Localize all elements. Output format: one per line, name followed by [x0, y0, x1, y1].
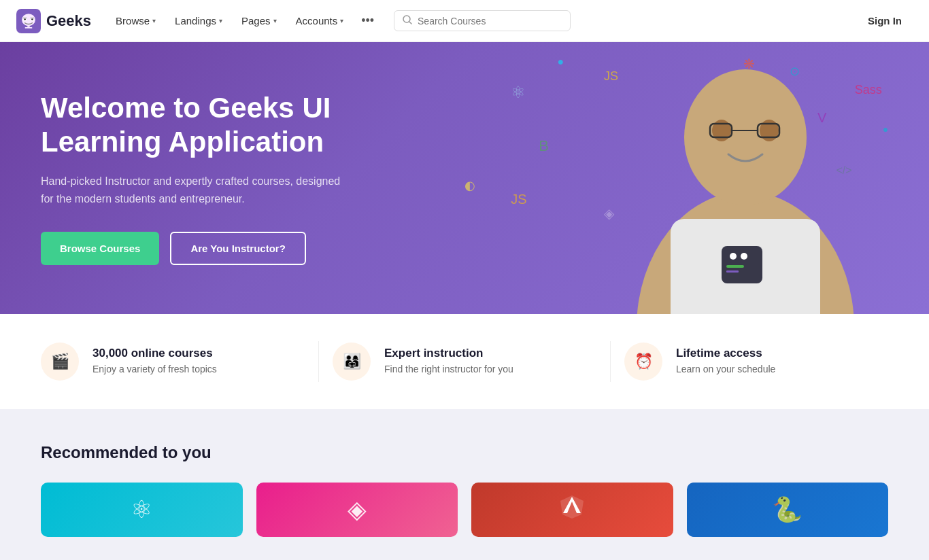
logo-text: Geeks — [46, 12, 91, 30]
hero-image-area — [418, 42, 929, 314]
landings-chevron-icon: ▾ — [219, 17, 222, 24]
svg-rect-23 — [726, 265, 744, 268]
course-card-angular[interactable] — [471, 483, 673, 537]
stats-section: 🎬 30,000 online courses Enjoy a variety … — [0, 314, 929, 409]
stat-courses-desc: Enjoy a variety of fresh topics — [92, 363, 217, 377]
hero-subtitle: Hand-picked Instructor and expertly craf… — [41, 173, 354, 207]
hero-title: Welcome to Geeks UI Learning Application — [41, 91, 354, 160]
nav-links: Browse ▾ Landings ▾ Pages ▾ Accounts ▾ •… — [107, 8, 394, 33]
hero-content: Welcome to Geeks UI Learning Application… — [0, 50, 394, 307]
course-card-graphql[interactable]: ◈ — [256, 483, 458, 537]
stat-lifetime-text: Lifetime access Learn on your schedule — [676, 347, 775, 377]
sign-in-button[interactable]: Sign In — [857, 10, 913, 32]
pages-chevron-icon: ▾ — [273, 17, 277, 24]
video-icon: 🎬 — [51, 353, 69, 370]
logo-icon — [16, 9, 41, 33]
svg-line-11 — [409, 22, 411, 24]
stat-courses: 🎬 30,000 online courses Enjoy a variety … — [41, 343, 305, 381]
logo[interactable]: Geeks — [16, 9, 91, 33]
hero-section: ⚛ JS ◭ B JS ⊙ V </> Sass ◈ ● ● ● ◐ ❋ Wel… — [0, 42, 929, 314]
nav-landings[interactable]: Landings ▾ — [167, 10, 231, 32]
accounts-chevron-icon: ▾ — [340, 17, 343, 24]
stat-instruction-desc: Find the right instructor for you — [384, 363, 513, 377]
nav-browse-label: Browse — [116, 15, 150, 27]
nav-more-button[interactable]: ••• — [354, 8, 381, 33]
graphql-course-icon: ◈ — [348, 495, 367, 524]
clock-icon: ⏰ — [635, 353, 653, 370]
svg-point-13 — [684, 69, 807, 205]
stat-divider-2 — [610, 341, 611, 382]
python-course-icon: 🐍 — [772, 495, 803, 524]
recommended-title: Recommended to you — [41, 443, 888, 462]
nav-accounts-label: Accounts — [296, 15, 338, 27]
stat-instruction-text: Expert instruction Find the right instru… — [384, 347, 513, 377]
stat-courses-text: 30,000 online courses Enjoy a variety of… — [92, 347, 217, 377]
nav-browse[interactable]: Browse ▾ — [107, 10, 164, 32]
svg-point-21 — [730, 253, 737, 260]
course-grid: ⚛ ◈ 🐍 — [41, 483, 888, 537]
browse-chevron-icon: ▾ — [152, 17, 156, 24]
hero-person-illustration — [603, 42, 888, 314]
search-input[interactable] — [418, 16, 562, 27]
stat-lifetime-title: Lifetime access — [676, 347, 775, 360]
stat-instruction: 👨‍👩‍👧 Expert instruction Find the right … — [333, 343, 596, 381]
stat-courses-title: 30,000 online courses — [92, 347, 217, 360]
people-icon: 👨‍👩‍👧 — [343, 353, 361, 370]
search-icon — [403, 15, 412, 27]
hero-buttons: Browse Courses Are You Instructor? — [41, 232, 354, 265]
course-card-react[interactable]: ⚛ — [41, 483, 243, 537]
angular-course-icon — [558, 493, 586, 527]
nav-landings-label: Landings — [175, 15, 216, 27]
nav-accounts[interactable]: Accounts ▾ — [288, 10, 352, 32]
stat-lifetime-desc: Learn on your schedule — [676, 363, 775, 377]
svg-point-22 — [741, 253, 747, 260]
nav-pages-label: Pages — [241, 15, 271, 27]
browse-courses-button[interactable]: Browse Courses — [41, 232, 159, 265]
svg-rect-20 — [722, 246, 762, 283]
course-card-python[interactable]: 🐍 — [687, 483, 889, 537]
svg-rect-24 — [726, 270, 739, 273]
instruction-icon-wrap: 👨‍👩‍👧 — [333, 343, 371, 381]
stat-instruction-title: Expert instruction — [384, 347, 513, 360]
instructor-button[interactable]: Are You Instructor? — [170, 232, 305, 265]
svg-rect-9 — [25, 27, 33, 29]
stat-lifetime: ⏰ Lifetime access Learn on your schedule — [624, 343, 888, 381]
nav-pages[interactable]: Pages ▾ — [233, 10, 285, 32]
recommended-section: Recommended to you ⚛ ◈ 🐍 — [0, 409, 929, 560]
lifetime-icon-wrap: ⏰ — [624, 343, 662, 381]
search-bar[interactable] — [394, 10, 571, 31]
navbar: Geeks Browse ▾ Landings ▾ Pages ▾ Accoun… — [0, 0, 929, 42]
stat-divider-1 — [318, 341, 319, 382]
react-course-icon: ⚛ — [131, 495, 152, 524]
courses-icon-wrap: 🎬 — [41, 343, 79, 381]
